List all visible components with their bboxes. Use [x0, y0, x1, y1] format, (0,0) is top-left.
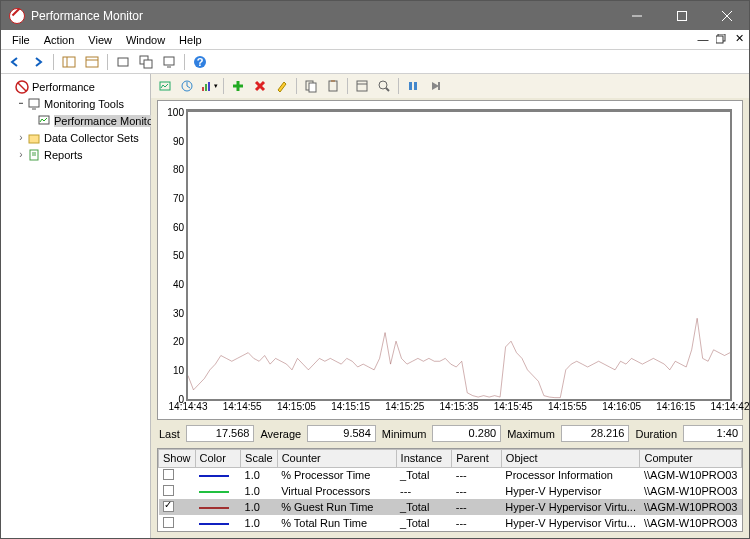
table-row[interactable]: 1.0% Total Run Time_Total---Hyper-V Hype…	[159, 515, 742, 531]
last-label: Last	[157, 428, 182, 440]
menu-file[interactable]: File	[5, 32, 37, 48]
min-label: Minimum	[380, 428, 429, 440]
x-tick: 14:14:43	[169, 401, 208, 412]
menubar: File Action View Window Help — ✕	[1, 30, 749, 50]
table-row[interactable]: 1.0Virtual Processors------Hyper-V Hyper…	[159, 483, 742, 499]
y-tick: 100	[167, 107, 184, 118]
y-tick: 60	[173, 221, 184, 232]
tree-root[interactable]: Performance	[3, 78, 148, 95]
y-tick: 40	[173, 278, 184, 289]
svg-rect-36	[309, 83, 316, 92]
nav-tree[interactable]: Performance ᠆Monitoring Tools Performanc…	[1, 74, 151, 538]
minimize-button[interactable]	[614, 1, 659, 30]
close-button[interactable]	[704, 1, 749, 30]
series-line	[188, 318, 730, 397]
svg-rect-6	[63, 57, 75, 67]
y-tick: 50	[173, 250, 184, 261]
y-tick: 80	[173, 164, 184, 175]
col-computer[interactable]: Computer	[640, 449, 742, 467]
show-checkbox[interactable]	[163, 517, 174, 528]
svg-rect-30	[208, 82, 210, 91]
col-color[interactable]: Color	[195, 449, 241, 467]
show-checkbox[interactable]	[163, 485, 174, 496]
x-tick: 14:16:15	[656, 401, 695, 412]
svg-rect-21	[39, 116, 49, 124]
show-hide-tree-button[interactable]	[59, 52, 79, 72]
table-row[interactable]: 1.0% Guest Run Time_Total---Hyper-V Hype…	[159, 499, 742, 515]
x-tick: 14:15:05	[277, 401, 316, 412]
tree-item-datacollector[interactable]: ›Data Collector Sets	[3, 129, 148, 146]
svg-rect-39	[357, 81, 367, 91]
x-tick: 14:15:35	[440, 401, 479, 412]
max-value: 28.216	[561, 425, 630, 442]
x-tick: 14:16:05	[602, 401, 641, 412]
monitor-icon[interactable]	[159, 52, 179, 72]
menu-window[interactable]: Window	[119, 32, 172, 48]
x-tick: 14:15:45	[494, 401, 533, 412]
mdi-close-button[interactable]: ✕	[731, 31, 747, 46]
menu-action[interactable]: Action	[37, 32, 82, 48]
col-object[interactable]: Object	[501, 449, 640, 467]
graph-type-button[interactable]: ▾	[199, 76, 219, 96]
show-checkbox[interactable]	[163, 501, 174, 512]
avg-label: Average	[258, 428, 303, 440]
stats-bar: Last 17.568 Average 9.584 Minimum 0.280 …	[157, 424, 743, 444]
tree-item-monitoring[interactable]: ᠆Monitoring Tools	[3, 95, 148, 112]
zoom-button[interactable]	[374, 76, 394, 96]
svg-rect-43	[409, 82, 412, 90]
table-row[interactable]: 1.0% Processor Time_Total---Processor In…	[159, 467, 742, 483]
show-checkbox[interactable]	[163, 469, 174, 480]
x-tick: 14:15:25	[385, 401, 424, 412]
col-parent[interactable]: Parent	[452, 449, 502, 467]
svg-line-42	[386, 88, 389, 91]
svg-rect-10	[118, 58, 128, 66]
view-log-button[interactable]	[177, 76, 197, 96]
view-current-button[interactable]	[155, 76, 175, 96]
svg-rect-13	[164, 57, 174, 65]
chart-area[interactable]: 010203040506070809010014:14:4314:14:5514…	[157, 100, 743, 420]
dur-label: Duration	[633, 428, 679, 440]
titlebar[interactable]: Performance Monitor	[1, 1, 749, 30]
tree-item-reports[interactable]: ›Reports	[3, 146, 148, 163]
highlight-button[interactable]	[272, 76, 292, 96]
view-button[interactable]	[113, 52, 133, 72]
properties-button[interactable]	[82, 52, 102, 72]
col-scale[interactable]: Scale	[241, 449, 278, 467]
copy-button[interactable]	[301, 76, 321, 96]
x-tick: 14:15:55	[548, 401, 587, 412]
svg-rect-28	[202, 87, 204, 91]
x-tick: 14:14:42	[711, 401, 750, 412]
window-title: Performance Monitor	[31, 9, 143, 23]
counter-table[interactable]: ShowColorScaleCounterInstanceParentObjec…	[157, 448, 743, 533]
x-tick: 14:15:15	[331, 401, 370, 412]
svg-rect-26	[160, 82, 170, 90]
color-swatch	[199, 475, 229, 477]
mdi-restore-button[interactable]	[713, 31, 729, 46]
main-toolbar: ?	[1, 50, 749, 74]
add-counter-button[interactable]	[228, 76, 248, 96]
tree-item-perfmon[interactable]: Performance Monitor	[3, 112, 148, 129]
col-counter[interactable]: Counter	[277, 449, 396, 467]
maximize-button[interactable]	[659, 1, 704, 30]
col-show[interactable]: Show	[159, 449, 196, 467]
menu-help[interactable]: Help	[172, 32, 209, 48]
svg-rect-37	[329, 81, 337, 91]
mdi-minimize-button[interactable]: —	[695, 31, 711, 46]
col-instance[interactable]: Instance	[396, 449, 452, 467]
freeze-button[interactable]	[403, 76, 423, 96]
new-window-button[interactable]	[136, 52, 156, 72]
back-button[interactable]	[5, 52, 25, 72]
menu-view[interactable]: View	[81, 32, 119, 48]
svg-rect-12	[144, 60, 152, 68]
chart-properties-button[interactable]	[352, 76, 372, 96]
update-button[interactable]	[425, 76, 445, 96]
y-tick: 90	[173, 135, 184, 146]
paste-button[interactable]	[323, 76, 343, 96]
svg-rect-1	[677, 11, 686, 20]
help-button[interactable]: ?	[190, 52, 210, 72]
delete-counter-button[interactable]	[250, 76, 270, 96]
svg-rect-22	[29, 135, 39, 143]
color-swatch	[199, 523, 229, 525]
y-tick: 30	[173, 307, 184, 318]
forward-button[interactable]	[28, 52, 48, 72]
